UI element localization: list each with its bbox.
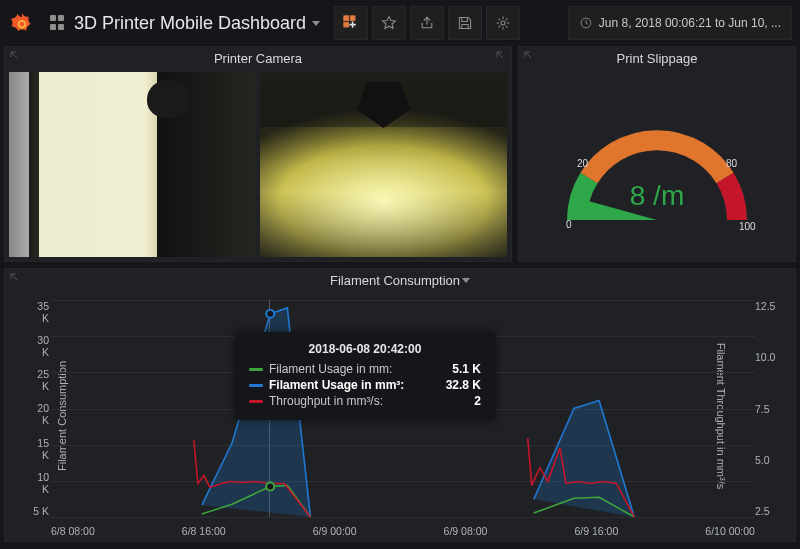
- dashboard-title: 3D Printer Mobile Dashboard: [74, 13, 306, 34]
- camera-body: [5, 68, 511, 261]
- settings-button[interactable]: [486, 6, 520, 40]
- gauge: 0 20 80 100 8 /m: [519, 68, 795, 261]
- svg-text:80: 80: [726, 158, 738, 169]
- star-button[interactable]: [372, 6, 406, 40]
- tooltip-row: Throughput in mm³/s: 2: [249, 394, 481, 408]
- svg-point-10: [266, 482, 274, 490]
- x-axis: 6/8 08:00 6/8 16:00 6/9 00:00 6/9 08:00 …: [51, 525, 755, 537]
- chart[interactable]: Filament Consumption Filament Throughput…: [5, 290, 795, 541]
- share-button[interactable]: [410, 6, 444, 40]
- svg-rect-1: [344, 16, 349, 21]
- svg-rect-2: [350, 16, 355, 21]
- y-axis-left: 35 K 30 K 25 K 20 K 15 K 10 K 5 K: [29, 300, 49, 517]
- chevron-down-icon: [312, 21, 320, 26]
- panel-link-icon[interactable]: [523, 50, 535, 62]
- time-range-picker[interactable]: Jun 8, 2018 00:06:21 to Jun 10, ...: [568, 6, 792, 40]
- svg-text:100: 100: [739, 221, 756, 232]
- gauge-value: 8 /m: [630, 180, 684, 212]
- svg-point-11: [266, 310, 274, 318]
- tooltip-time: 2018-06-08 20:42:00: [249, 342, 481, 356]
- time-range-text: Jun 8, 2018 00:06:21 to Jun 10, ...: [599, 16, 781, 30]
- dashboard-title-dropdown[interactable]: 3D Printer Mobile Dashboard: [40, 9, 330, 38]
- clock-icon: [579, 16, 593, 30]
- series-swatch: [249, 368, 263, 371]
- panel-print-slippage[interactable]: Print Slippage 0 20 80 100 8 /m: [518, 46, 796, 262]
- svg-rect-3: [344, 22, 349, 27]
- dashboard-grid: Printer Camera Print Slippage 0 20 80 10…: [0, 46, 800, 542]
- panel-title[interactable]: Printer Camera: [5, 47, 511, 68]
- panel-link-icon[interactable]: [9, 272, 21, 284]
- panel-filament-consumption[interactable]: Filament Consumption Filament Consumptio…: [4, 268, 796, 542]
- panel-link-icon[interactable]: [495, 50, 507, 62]
- y-axis-right: 12.5 10.0 7.5 5.0 2.5: [755, 300, 775, 517]
- svg-text:0: 0: [566, 219, 572, 230]
- panel-link-icon[interactable]: [9, 50, 21, 62]
- topbar: 3D Printer Mobile Dashboard Jun 8, 2018 …: [0, 0, 800, 46]
- tooltip-row: Filament Usage in mm³: 32.8 K: [249, 378, 481, 392]
- add-panel-button[interactable]: [334, 6, 368, 40]
- series-swatch: [249, 400, 263, 403]
- panel-title[interactable]: Filament Consumption: [5, 269, 795, 290]
- camera-feed-1: [9, 72, 256, 257]
- chart-tooltip: 2018-06-08 20:42:00 Filament Usage in mm…: [235, 332, 495, 420]
- save-button[interactable]: [448, 6, 482, 40]
- dashboard-icon: [50, 15, 66, 31]
- camera-feed-2: [260, 72, 507, 257]
- svg-text:20: 20: [577, 158, 589, 169]
- grafana-logo-icon[interactable]: [8, 9, 36, 37]
- tooltip-row: Filament Usage in mm: 5.1 K: [249, 362, 481, 376]
- panel-printer-camera[interactable]: Printer Camera: [4, 46, 512, 262]
- chevron-down-icon: [462, 278, 470, 283]
- series-swatch: [249, 384, 263, 387]
- svg-point-4: [501, 21, 505, 25]
- panel-title[interactable]: Print Slippage: [519, 47, 795, 68]
